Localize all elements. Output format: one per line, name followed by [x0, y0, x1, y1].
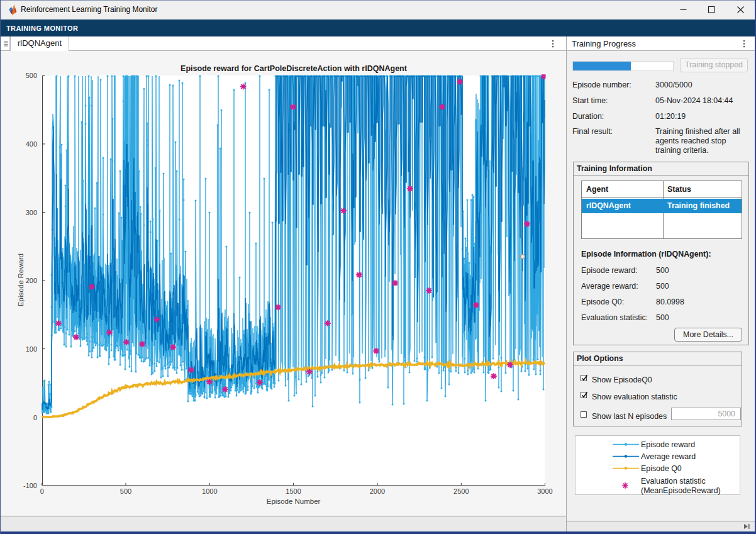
- svg-text:2500: 2500: [453, 487, 469, 495]
- svg-text:500: 500: [26, 72, 37, 79]
- svg-text:0: 0: [40, 487, 44, 495]
- svg-text:100: 100: [26, 345, 37, 353]
- svg-text:400: 400: [26, 140, 37, 148]
- svg-text:Episode reward for CartPoleDis: Episode reward for CartPoleDiscreteActio…: [181, 64, 408, 73]
- svg-text:Episode Number: Episode Number: [267, 498, 321, 505]
- svg-text:300: 300: [26, 209, 37, 216]
- svg-text:1500: 1500: [286, 487, 301, 495]
- svg-text:1000: 1000: [202, 487, 217, 495]
- svg-text:3000: 3000: [537, 487, 552, 495]
- svg-text:Episode Reward: Episode Reward: [17, 253, 25, 306]
- svg-text:500: 500: [120, 487, 131, 495]
- svg-text:2000: 2000: [370, 487, 385, 495]
- svg-text:0: 0: [33, 414, 37, 421]
- svg-text:200: 200: [26, 277, 37, 284]
- svg-text:-100: -100: [23, 482, 37, 489]
